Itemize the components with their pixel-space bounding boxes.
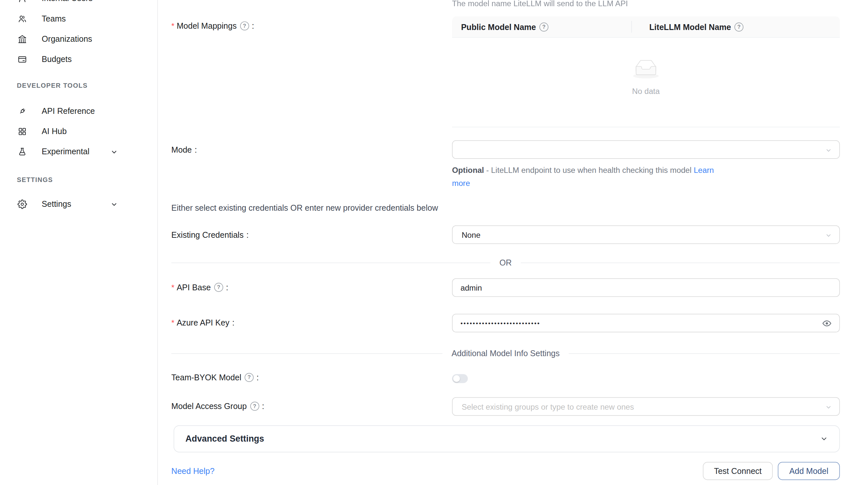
- table-header-public-model-name: Public Model Name ?: [452, 16, 640, 37]
- mode-select[interactable]: [452, 140, 840, 159]
- no-data-text: No data: [452, 87, 840, 96]
- api-base-label: * API Base ? :: [171, 282, 228, 293]
- mode-help-text: Optional - LiteLLM endpoint to use when …: [452, 164, 729, 190]
- sidebar-item-api-reference[interactable]: API Reference: [0, 101, 157, 121]
- plug-icon: [18, 106, 27, 116]
- question-circle-icon[interactable]: ?: [245, 373, 254, 382]
- sidebar-item-ai-hub[interactable]: AI Hub: [0, 121, 157, 141]
- sidebar-item-experimental[interactable]: Experimental: [0, 141, 157, 162]
- chevron-down-icon: [111, 200, 118, 207]
- empty-state: No data: [452, 59, 840, 96]
- sidebar-item-budgets[interactable]: Budgets: [0, 49, 157, 69]
- azure-api-key-input[interactable]: ••••••••••••••••••••••••••: [452, 314, 840, 332]
- model-mappings-table: Public Model Name ? LiteLLM Model Name ?: [452, 16, 840, 127]
- required-asterisk: *: [171, 317, 174, 328]
- need-help-link[interactable]: Need Help?: [171, 466, 214, 476]
- sidebar-nav: Internal Users Teams Organizations Budge…: [0, 0, 158, 485]
- selected-value: None: [462, 230, 480, 239]
- required-asterisk: *: [171, 20, 174, 32]
- sidebar-section-settings: SETTINGS: [0, 172, 157, 188]
- additional-model-info-divider: Additional Model Info Settings: [171, 347, 840, 359]
- mode-label: Mode :: [171, 144, 197, 156]
- question-circle-icon[interactable]: ?: [214, 283, 223, 292]
- sidebar-item-internal-users[interactable]: Internal Users: [0, 0, 157, 8]
- users-icon: [18, 14, 27, 23]
- model-access-group-select[interactable]: Select existing groups or type to create…: [452, 397, 840, 416]
- select-placeholder: Select existing groups or type to create…: [462, 402, 634, 411]
- question-circle-icon[interactable]: ?: [250, 402, 259, 411]
- question-circle-icon[interactable]: ?: [735, 22, 744, 31]
- sidebar-item-label: AI Hub: [42, 127, 67, 136]
- api-base-input[interactable]: admin: [452, 278, 840, 297]
- sidebar-item-label: Organizations: [42, 34, 92, 43]
- sidebar-item-label: Teams: [42, 14, 66, 23]
- add-model-button[interactable]: Add Model: [778, 462, 840, 480]
- api-base-value: admin: [460, 283, 482, 292]
- azure-api-key-label: * Azure API Key :: [171, 317, 234, 328]
- credentials-note: Either select existing credentials OR en…: [171, 203, 438, 213]
- advanced-settings-collapse[interactable]: Advanced Settings: [174, 425, 840, 452]
- flask-icon: [18, 147, 27, 156]
- sidebar-item-label: Settings: [42, 199, 71, 208]
- question-circle-icon[interactable]: ?: [240, 22, 249, 31]
- chevron-down-icon: [825, 403, 832, 410]
- sidebar-item-label: Internal Users: [42, 0, 93, 3]
- chevron-down-icon: [825, 146, 832, 153]
- add-model-form: The model name LiteLLM will send to the …: [158, 0, 868, 485]
- advanced-settings-label: Advanced Settings: [185, 434, 264, 444]
- question-circle-icon[interactable]: ?: [539, 22, 549, 31]
- chevron-down-icon: [825, 231, 832, 238]
- bank-icon: [18, 34, 27, 43]
- model-access-group-label: Model Access Group ? :: [171, 400, 264, 412]
- sidebar-item-label: Budgets: [42, 55, 72, 64]
- table-empty-body: No data: [452, 38, 840, 128]
- or-divider-text: OR: [491, 258, 521, 267]
- sidebar-section-developer-tools: DEVELOPER TOOLS: [0, 77, 157, 93]
- gear-icon: [18, 199, 27, 209]
- sidebar-item-organizations[interactable]: Organizations: [0, 29, 157, 49]
- user-icon: [18, 0, 27, 3]
- app-window: Internal Users Teams Organizations Budge…: [0, 0, 868, 485]
- team-byok-label: Team-BYOK Model ? :: [171, 372, 259, 383]
- sidebar-item-label: Experimental: [42, 147, 89, 156]
- toggle-knob: [453, 375, 460, 382]
- existing-credentials-label: Existing Credentials :: [171, 229, 249, 241]
- eye-icon[interactable]: [822, 319, 832, 327]
- credit-card-icon: [18, 55, 27, 64]
- grid-icon: [18, 127, 27, 136]
- chevron-down-icon: [111, 148, 118, 155]
- or-divider: OR: [171, 256, 840, 269]
- existing-credentials-select[interactable]: None: [452, 225, 840, 244]
- test-connect-button[interactable]: Test Connect: [703, 462, 773, 480]
- litellm-model-name-helper: The model name LiteLLM will send to the …: [452, 0, 628, 8]
- empty-inbox-icon: [630, 59, 662, 80]
- column-divider: [631, 21, 632, 33]
- required-asterisk: *: [171, 282, 174, 293]
- model-mappings-label: * Model Mappings ? :: [171, 20, 254, 32]
- table-header-row: Public Model Name ? LiteLLM Model Name ?: [452, 16, 840, 38]
- team-byok-toggle[interactable]: [452, 374, 468, 383]
- chevron-down-icon: [820, 435, 828, 443]
- sidebar-item-label: API Reference: [42, 106, 95, 116]
- sidebar-item-teams[interactable]: Teams: [0, 8, 157, 29]
- masked-password: ••••••••••••••••••••••••••: [460, 320, 540, 326]
- table-header-litellm-model-name: LiteLLM Model Name ?: [640, 16, 840, 37]
- divider-text: Additional Model Info Settings: [442, 349, 569, 358]
- sidebar-item-settings[interactable]: Settings: [0, 194, 157, 214]
